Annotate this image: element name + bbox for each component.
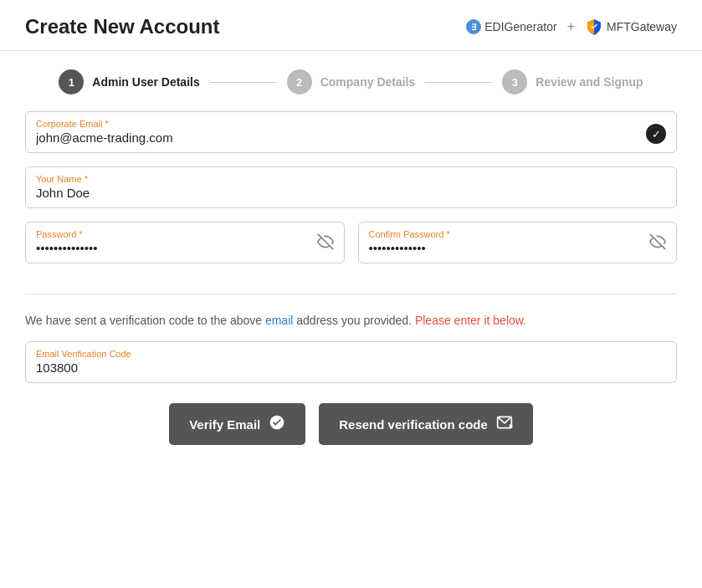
resend-code-label: Resend verification code	[339, 417, 488, 432]
your-name-label: Your Name *	[36, 174, 666, 184]
your-name-group: Your Name *	[25, 166, 677, 208]
stepper: 1 Admin User Details 2 Company Details 3…	[0, 51, 702, 111]
divider	[25, 294, 677, 294]
confirm-password-wrapper: Confirm Password *	[358, 222, 678, 263]
password-row: Password * Confirm Password *	[25, 222, 677, 277]
verify-email-button[interactable]: Verify Email	[169, 403, 305, 445]
buttons-row: Verify Email Resend verification code	[25, 403, 677, 445]
mft-logo: MFTGateway	[585, 18, 677, 36]
step-2: 2 Company Details	[287, 69, 416, 95]
mft-shield-icon	[585, 18, 603, 36]
step-3: 3 Review and Signup	[502, 69, 643, 95]
verification-email-word: email	[265, 314, 293, 327]
mft-label: MFTGateway	[607, 20, 677, 33]
step-1-label: Admin User Details	[92, 75, 199, 89]
verification-text-1: We have sent a verification code to the …	[25, 314, 265, 327]
resend-icon	[496, 414, 513, 434]
verification-text-3: Please enter it below.	[415, 314, 526, 327]
verify-icon	[269, 414, 285, 434]
verification-code-wrapper: Email Verification Code	[25, 341, 677, 383]
confirm-password-group: Confirm Password *	[358, 222, 678, 263]
verification-text-2: address you provided.	[293, 314, 415, 327]
step-3-circle: 3	[502, 69, 527, 95]
password-eye-icon[interactable]	[317, 233, 334, 254]
corporate-email-input[interactable]	[36, 130, 666, 145]
header: Create New Account ∃ EDIGenerator + MFTG…	[0, 0, 702, 51]
email-verified-icon: ✓	[646, 124, 666, 144]
password-input[interactable]	[36, 241, 334, 255]
edi-label: EDIGenerator	[484, 20, 556, 33]
password-group: Password *	[25, 222, 345, 263]
corporate-email-group: Corporate Email * ✓	[25, 111, 677, 153]
step-1: 1 Admin User Details	[59, 69, 199, 95]
corporate-email-label: Corporate Email *	[36, 119, 666, 129]
corporate-email-wrapper: Corporate Email * ✓	[25, 111, 677, 153]
logos: ∃ EDIGenerator + MFTGateway	[466, 18, 677, 36]
edi-logo: ∃ EDIGenerator	[466, 19, 556, 34]
verification-code-input[interactable]	[36, 360, 666, 375]
step-3-label: Review and Signup	[535, 75, 643, 89]
verification-code-group: Email Verification Code	[25, 341, 677, 383]
step-connector-2	[425, 82, 492, 83]
verify-email-label: Verify Email	[189, 417, 260, 432]
resend-code-button[interactable]: Resend verification code	[319, 403, 533, 445]
confirm-password-label: Confirm Password *	[369, 229, 667, 239]
confirm-password-eye-icon[interactable]	[649, 233, 666, 254]
step-2-label: Company Details	[320, 75, 416, 89]
edi-icon: ∃	[466, 19, 481, 34]
your-name-wrapper: Your Name *	[25, 166, 677, 208]
password-wrapper: Password *	[25, 222, 345, 263]
page-title: Create New Account	[25, 15, 220, 38]
confirm-password-input[interactable]	[369, 241, 667, 255]
form-area: Corporate Email * ✓ Your Name * Password…	[0, 111, 702, 470]
step-connector-1	[210, 82, 277, 83]
verification-message: We have sent a verification code to the …	[25, 311, 677, 330]
plus-separator: +	[567, 19, 575, 34]
step-2-circle: 2	[287, 69, 312, 95]
verification-code-label: Email Verification Code	[36, 349, 666, 359]
password-label: Password *	[36, 229, 334, 239]
step-1-circle: 1	[59, 69, 84, 95]
your-name-input[interactable]	[36, 186, 666, 200]
